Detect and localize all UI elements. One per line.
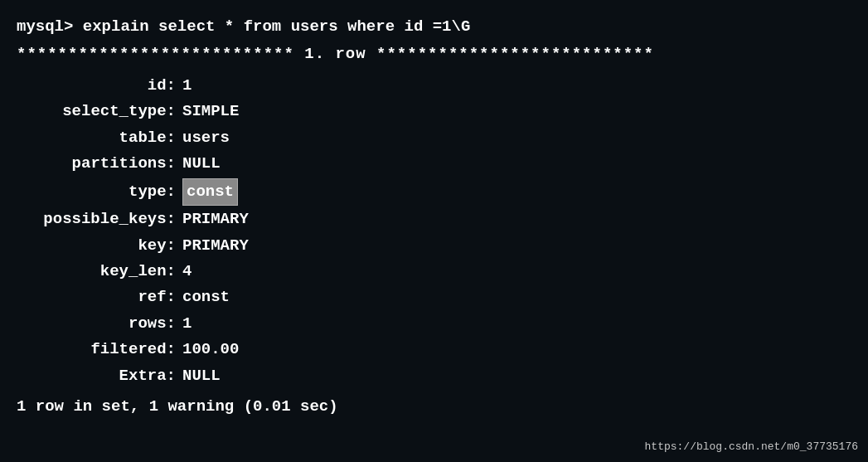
terminal-window: mysql> explain select * from users where… bbox=[0, 0, 868, 462]
result-row: partitions:NULL bbox=[17, 152, 851, 176]
field-value: NULL bbox=[182, 152, 221, 176]
result-row: possible_keys:PRIMARY bbox=[17, 207, 851, 231]
field-value: users bbox=[182, 126, 230, 150]
field-name: table: bbox=[17, 126, 182, 150]
field-value: 1 bbox=[182, 312, 192, 336]
field-name: type: bbox=[17, 180, 182, 204]
result-row: table:users bbox=[17, 126, 851, 150]
field-value: 100.00 bbox=[182, 338, 239, 362]
field-name: filtered: bbox=[17, 338, 182, 362]
watermark: https://blog.csdn.net/m0_37735176 bbox=[645, 439, 858, 455]
field-name: possible_keys: bbox=[17, 207, 182, 231]
field-value: const bbox=[182, 285, 230, 309]
result-table: id:1select_type:SIMPLEtable:userspartiti… bbox=[17, 74, 851, 388]
field-value: 1 bbox=[182, 74, 192, 98]
result-row: id:1 bbox=[17, 74, 851, 98]
result-row: select_type:SIMPLE bbox=[17, 100, 851, 124]
field-value: 4 bbox=[182, 260, 192, 284]
field-name: key_len: bbox=[17, 260, 182, 284]
field-value: PRIMARY bbox=[182, 234, 249, 258]
field-value: PRIMARY bbox=[182, 207, 249, 231]
field-value: SIMPLE bbox=[182, 100, 239, 124]
result-row: type:const bbox=[17, 178, 851, 206]
field-value: const bbox=[182, 178, 238, 206]
field-name: select_type: bbox=[17, 100, 182, 124]
result-row: filtered:100.00 bbox=[17, 338, 851, 362]
field-value: NULL bbox=[182, 364, 221, 388]
footer-line: 1 row in set, 1 warning (0.01 sec) bbox=[17, 395, 851, 419]
result-row: Extra:NULL bbox=[17, 364, 851, 388]
field-name: ref: bbox=[17, 285, 182, 309]
separator-line: *************************** 1. row *****… bbox=[17, 42, 851, 66]
command-line: mysql> explain select * from users where… bbox=[17, 15, 851, 39]
result-row: key:PRIMARY bbox=[17, 234, 851, 258]
field-name: Extra: bbox=[17, 364, 182, 388]
result-row: rows:1 bbox=[17, 312, 851, 336]
result-row: ref:const bbox=[17, 285, 851, 309]
field-name: partitions: bbox=[17, 152, 182, 176]
field-name: key: bbox=[17, 234, 182, 258]
field-name: id: bbox=[17, 74, 182, 98]
field-name: rows: bbox=[17, 312, 182, 336]
result-row: key_len:4 bbox=[17, 260, 851, 284]
